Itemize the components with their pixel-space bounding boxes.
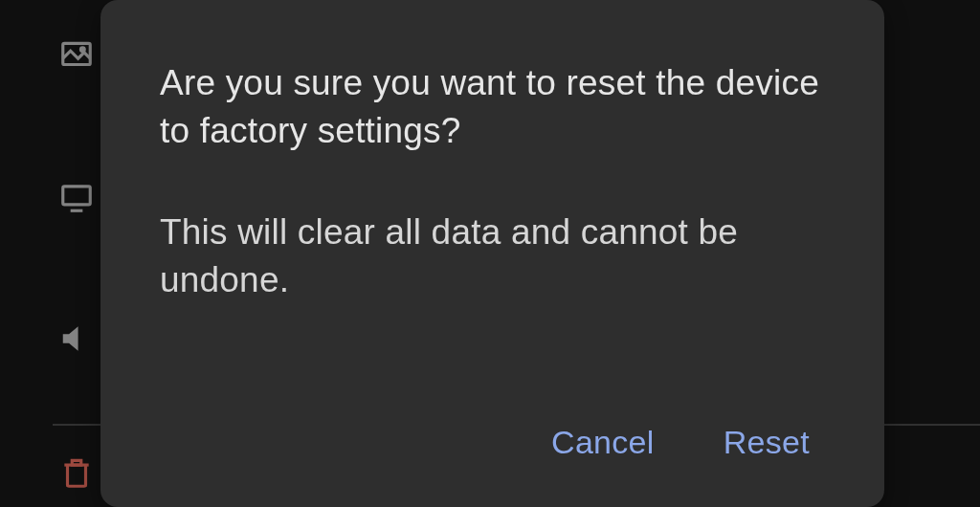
dialog-actions: Cancel Reset [160,424,825,469]
reset-button[interactable]: Reset [724,424,810,461]
dialog-message: This will clear all data and cannot be u… [160,209,825,424]
cancel-button[interactable]: Cancel [551,424,655,461]
dialog-title: Are you sure you want to reset the devic… [160,59,825,155]
factory-reset-dialog: Are you sure you want to reset the devic… [100,0,884,507]
